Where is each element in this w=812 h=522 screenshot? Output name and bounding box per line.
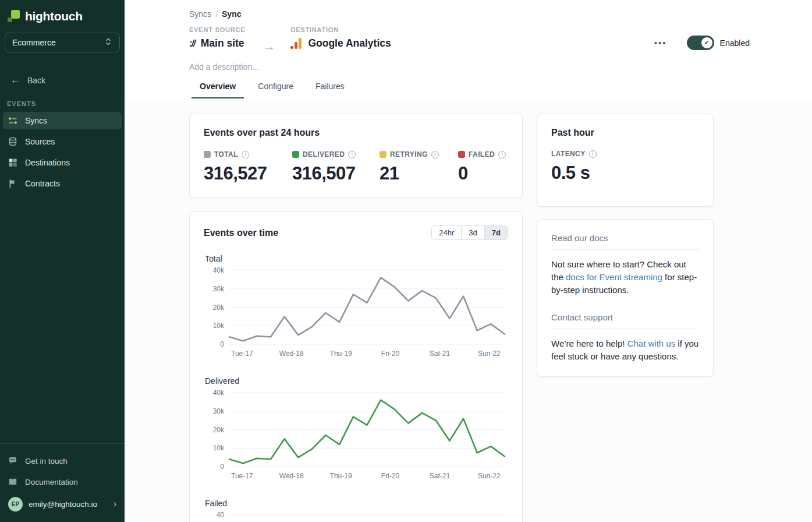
info-icon[interactable] bbox=[242, 151, 249, 158]
info-icon[interactable] bbox=[498, 151, 506, 158]
sidebar-item-sources[interactable]: Sources bbox=[3, 133, 122, 150]
content: Events over past 24 hours TOTAL 316,527 bbox=[125, 98, 812, 522]
svg-text:30k: 30k bbox=[213, 285, 225, 293]
stat-label: FAILED bbox=[469, 150, 495, 158]
total-chart-section: Total 010k20k30k40kTue-17Wed-18Thu-19Fri… bbox=[204, 254, 508, 362]
breadcrumb-syncs-link[interactable]: Syncs bbox=[189, 9, 211, 19]
back-arrow-icon: ← bbox=[10, 75, 20, 86]
documentation-label: Documentation bbox=[25, 478, 78, 486]
sidebar-item-destinations[interactable]: Destinations bbox=[3, 154, 122, 171]
svg-text:10k: 10k bbox=[213, 444, 225, 452]
latency-value: 0.5 s bbox=[551, 163, 597, 184]
description-placeholder[interactable]: Add a description... bbox=[189, 62, 750, 72]
svg-text:Fri-20: Fri-20 bbox=[381, 350, 400, 358]
get-in-touch-label: Get in touch bbox=[25, 457, 68, 465]
tab-overview[interactable]: Overview bbox=[192, 82, 244, 98]
event-streaming-docs-link[interactable]: docs for Event streaming bbox=[566, 272, 662, 282]
delivered-swatch bbox=[292, 151, 299, 158]
workspace-select[interactable]: Ecommerce bbox=[5, 33, 120, 52]
read-our-docs-title: Read our docs bbox=[551, 233, 699, 243]
stat-total: TOTAL 316,527 bbox=[204, 150, 292, 184]
time-range-group: 24hr 3d 7d bbox=[431, 225, 508, 240]
documentation-link[interactable]: Documentation bbox=[3, 473, 122, 491]
sliders-icon bbox=[8, 116, 17, 125]
user-menu[interactable]: EP emily@hightouch.io › bbox=[3, 494, 122, 514]
past-hour-title: Past hour bbox=[551, 128, 699, 138]
page-header: SyncsSync EVENT SOURCE Main site → DESTI… bbox=[125, 0, 812, 98]
range-3d-button[interactable]: 3d bbox=[461, 226, 484, 239]
svg-text:Wed-18: Wed-18 bbox=[279, 350, 304, 358]
chat-icon bbox=[8, 456, 17, 465]
chat-with-us-link[interactable]: Chat with us bbox=[627, 338, 676, 348]
sidebar-item-label: Sources bbox=[25, 137, 55, 146]
flow-arrow-icon: → bbox=[263, 39, 275, 54]
enabled-label: Enabled bbox=[720, 38, 750, 48]
breadcrumb-current: Sync bbox=[222, 9, 241, 19]
grid-icon bbox=[8, 158, 17, 167]
select-updown-icon bbox=[104, 37, 112, 48]
breadcrumb: SyncsSync bbox=[189, 9, 750, 19]
brand-logo[interactable]: hightouch bbox=[0, 7, 125, 31]
destination[interactable]: Google Analytics bbox=[290, 37, 391, 50]
event-source-label: EVENT SOURCE bbox=[189, 26, 245, 33]
svg-text:Sun-22: Sun-22 bbox=[478, 350, 501, 358]
svg-text:20k: 20k bbox=[213, 426, 225, 434]
stat-label: DELIVERED bbox=[303, 150, 345, 158]
failed-events-chart: 010203040Tue-17Wed-18Thu-19Fri-20Sat-21S… bbox=[204, 512, 509, 522]
svg-text:Tue-17: Tue-17 bbox=[231, 472, 253, 480]
events-over-time-card: Events over time 24hr 3d 7d Total 010k20… bbox=[189, 211, 523, 522]
info-icon[interactable] bbox=[348, 151, 356, 158]
tab-configure[interactable]: Configure bbox=[250, 82, 302, 98]
events-24h-title: Events over past 24 hours bbox=[204, 128, 508, 138]
enabled-toggle[interactable] bbox=[687, 36, 714, 50]
latency-label: LATENCY bbox=[551, 150, 586, 158]
breadcrumb-separator bbox=[215, 9, 218, 19]
back-button[interactable]: ← Back bbox=[0, 69, 125, 92]
avatar: EP bbox=[8, 497, 23, 512]
total-swatch bbox=[204, 151, 211, 158]
database-icon bbox=[8, 137, 17, 146]
range-24hr-button[interactable]: 24hr bbox=[432, 226, 461, 239]
info-icon[interactable] bbox=[431, 151, 439, 158]
svg-text:Sat-21: Sat-21 bbox=[430, 350, 451, 358]
back-label: Back bbox=[27, 76, 45, 85]
sidebar-item-label: Destinations bbox=[25, 158, 70, 167]
sidebar-item-label: Syncs bbox=[25, 116, 47, 125]
user-email: emily@hightouch.io bbox=[29, 500, 97, 509]
svg-text:Wed-18: Wed-18 bbox=[279, 472, 304, 480]
svg-text:Fri-20: Fri-20 bbox=[381, 472, 400, 480]
svg-text:20k: 20k bbox=[213, 304, 225, 312]
svg-text:Sat-21: Sat-21 bbox=[430, 472, 451, 480]
divider bbox=[551, 249, 699, 250]
right-column: Past hour LATENCY 0.5 s Read our docs bbox=[537, 114, 714, 377]
info-icon[interactable] bbox=[589, 150, 597, 158]
tab-failures[interactable]: Failures bbox=[307, 82, 353, 98]
sidebar-footer: Get in touch Documentation EP emily@high… bbox=[0, 443, 125, 516]
event-source-block: EVENT SOURCE Main site bbox=[189, 26, 245, 50]
sidebar-item-contracts[interactable]: Contracts bbox=[3, 175, 122, 192]
svg-text:30k: 30k bbox=[213, 407, 225, 415]
brand-name: hightouch bbox=[25, 9, 83, 23]
chart-name-delivered: Delivered bbox=[204, 376, 508, 386]
range-7d-button[interactable]: 7d bbox=[484, 226, 508, 239]
ellipsis-menu-button[interactable] bbox=[651, 36, 671, 50]
failed-swatch bbox=[458, 151, 465, 158]
chart-name-total: Total bbox=[204, 254, 508, 263]
svg-text:0: 0 bbox=[220, 463, 224, 471]
chart-name-failed: Failed bbox=[204, 499, 508, 508]
svg-text:40k: 40k bbox=[213, 389, 225, 397]
contact-support-title: Contact support bbox=[551, 312, 699, 322]
stat-label: RETRYING bbox=[390, 150, 428, 158]
stat-value: 316,507 bbox=[292, 163, 380, 184]
get-in-touch-button[interactable]: Get in touch bbox=[3, 452, 122, 470]
divider bbox=[551, 329, 699, 329]
left-column: Events over past 24 hours TOTAL 316,527 bbox=[189, 114, 523, 522]
support-text: We’re here to help! bbox=[551, 338, 627, 348]
past-hour-card: Past hour LATENCY 0.5 s bbox=[537, 114, 714, 207]
svg-text:Tue-17: Tue-17 bbox=[231, 350, 253, 358]
stat-retrying: RETRYING 21 bbox=[380, 150, 458, 184]
sidebar-item-syncs[interactable]: Syncs bbox=[3, 112, 122, 129]
docs-paragraph: Not sure where to start? Check out the d… bbox=[551, 258, 699, 296]
svg-text:0: 0 bbox=[220, 340, 224, 348]
event-source[interactable]: Main site bbox=[189, 37, 245, 50]
